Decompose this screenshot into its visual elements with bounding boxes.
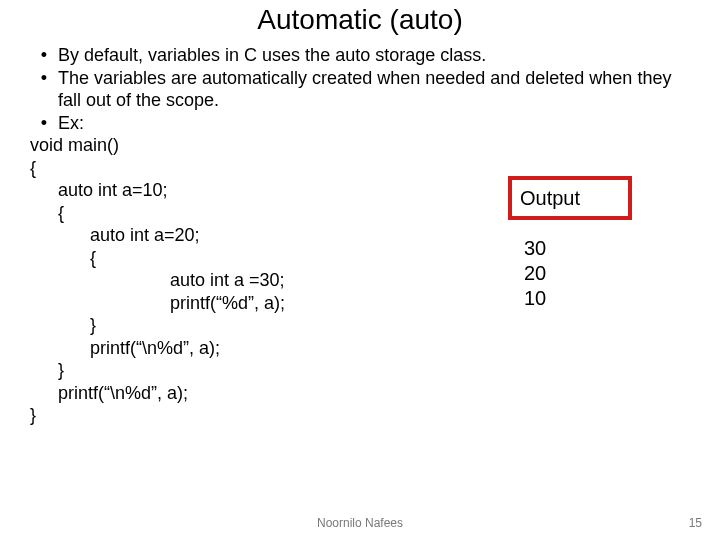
output-value: 20 <box>524 261 632 286</box>
bullet-text: By default, variables in C uses the auto… <box>58 44 486 67</box>
output-value: 10 <box>524 286 632 311</box>
bullet-text: The variables are automatically created … <box>58 67 690 112</box>
bullet-dot: • <box>30 67 58 112</box>
output-values: 30 20 10 <box>512 236 632 311</box>
code-line: } <box>30 404 690 427</box>
bullet-item: • Ex: <box>30 112 690 135</box>
slide-title: Automatic (auto) <box>0 4 720 36</box>
code-line: } <box>58 359 690 382</box>
bullet-dot: • <box>30 112 58 135</box>
bullet-item: • The variables are automatically create… <box>30 67 690 112</box>
output-label: Output <box>520 187 580 210</box>
bullet-dot: • <box>30 44 58 67</box>
code-line: printf(“\n%d”, a); <box>58 382 690 405</box>
bullet-text: Ex: <box>58 112 84 135</box>
code-line: printf(“\n%d”, a); <box>90 337 690 360</box>
code-line: } <box>90 314 690 337</box>
output-label-box: Output <box>508 176 632 220</box>
output-value: 30 <box>524 236 632 261</box>
footer-author: Noornilo Nafees <box>0 516 720 530</box>
footer-page-number: 15 <box>689 516 702 530</box>
bullet-item: • By default, variables in C uses the au… <box>30 44 690 67</box>
code-line: void main() <box>30 134 690 157</box>
